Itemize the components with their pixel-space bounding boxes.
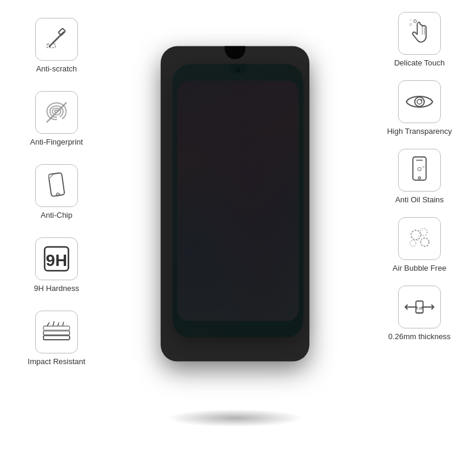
anti-oil-label: Anti Oil Stains [395, 195, 444, 204]
9h-hardness-icon: 9H [41, 243, 72, 274]
air-bubble-label: Air Bubble Free [393, 264, 446, 273]
feature-air-bubble: Air Bubble Free [369, 217, 470, 273]
svg-point-5 [57, 193, 60, 196]
glass-notch [225, 46, 246, 60]
anti-scratch-icon-box [35, 18, 78, 61]
9h-hardness-label: 9H Hardness [34, 284, 79, 293]
high-transparency-icon [403, 89, 436, 115]
svg-point-28 [411, 230, 421, 240]
product-page: Anti-scratch Anti-Fingerprint [0, 0, 476, 476]
glass-protector [161, 46, 309, 362]
svg-point-24 [418, 177, 421, 179]
svg-point-19 [410, 20, 411, 21]
svg-rect-10 [43, 326, 70, 330]
svg-line-14 [62, 322, 64, 326]
svg-point-17 [414, 20, 416, 23]
anti-oil-icon [408, 155, 431, 186]
svg-text:MM: MM [416, 311, 422, 315]
delicate-touch-icon-box [398, 12, 441, 55]
svg-line-11 [47, 322, 49, 326]
9h-hardness-icon-box: 9H [35, 237, 78, 280]
high-transparency-label: High Transparency [387, 127, 452, 136]
high-transparency-icon-box [398, 80, 441, 123]
impact-resistant-label: Impact Resistant [28, 357, 86, 366]
features-right: Delicate Touch High Transparency [369, 12, 470, 341]
svg-point-29 [420, 228, 427, 236]
feature-anti-fingerprint: Anti-Fingerprint [6, 91, 107, 146]
anti-chip-icon-box [35, 164, 78, 207]
anti-fingerprint-label: Anti-Fingerprint [30, 137, 83, 146]
svg-rect-9 [43, 331, 70, 335]
svg-point-20 [415, 97, 424, 107]
air-bubble-icon-box [398, 217, 441, 260]
anti-fingerprint-icon [41, 97, 72, 128]
svg-point-22 [421, 99, 422, 101]
features-left: Anti-scratch Anti-Fingerprint [6, 18, 107, 366]
glass-shadow [167, 409, 303, 427]
feature-impact-resistant: Impact Resistant [6, 311, 107, 366]
svg-text:9H: 9H [46, 251, 67, 270]
feature-anti-chip: Anti-Chip [6, 164, 107, 220]
anti-oil-icon-box [398, 149, 441, 192]
thickness-icon: 0.26 MM [402, 292, 437, 322]
svg-point-27 [422, 166, 424, 168]
impact-resistant-icon [41, 319, 72, 345]
anti-chip-label: Anti-Chip [40, 211, 72, 220]
feature-anti-scratch: Anti-scratch [6, 18, 107, 73]
anti-chip-icon [43, 170, 70, 201]
svg-point-30 [410, 240, 416, 246]
air-bubble-icon [404, 223, 435, 254]
delicate-touch-label: Delicate Touch [394, 58, 444, 67]
svg-text:0.26: 0.26 [416, 306, 423, 310]
anti-scratch-label: Anti-scratch [36, 64, 77, 73]
svg-point-26 [418, 167, 421, 171]
feature-delicate-touch: Delicate Touch [369, 12, 470, 67]
thickness-label: 0.26mm thickness [389, 332, 451, 341]
feature-high-transparency: High Transparency [369, 80, 470, 136]
svg-rect-4 [48, 173, 64, 196]
anti-fingerprint-icon-box [35, 91, 78, 134]
phone-area [161, 46, 315, 415]
svg-rect-8 [43, 336, 70, 340]
svg-line-12 [53, 321, 54, 326]
impact-resistant-icon-box [35, 311, 78, 353]
svg-rect-1 [58, 28, 65, 35]
svg-point-18 [409, 23, 411, 25]
feature-thickness: 0.26 MM 0.26mm thickness [369, 286, 470, 341]
anti-scratch-icon [42, 25, 71, 54]
thickness-icon-box: 0.26 MM [398, 286, 441, 328]
svg-line-13 [58, 322, 59, 326]
delicate-touch-icon [405, 18, 434, 49]
feature-9h-hardness: 9H 9H Hardness [6, 237, 107, 293]
feature-anti-oil: Anti Oil Stains [369, 149, 470, 204]
